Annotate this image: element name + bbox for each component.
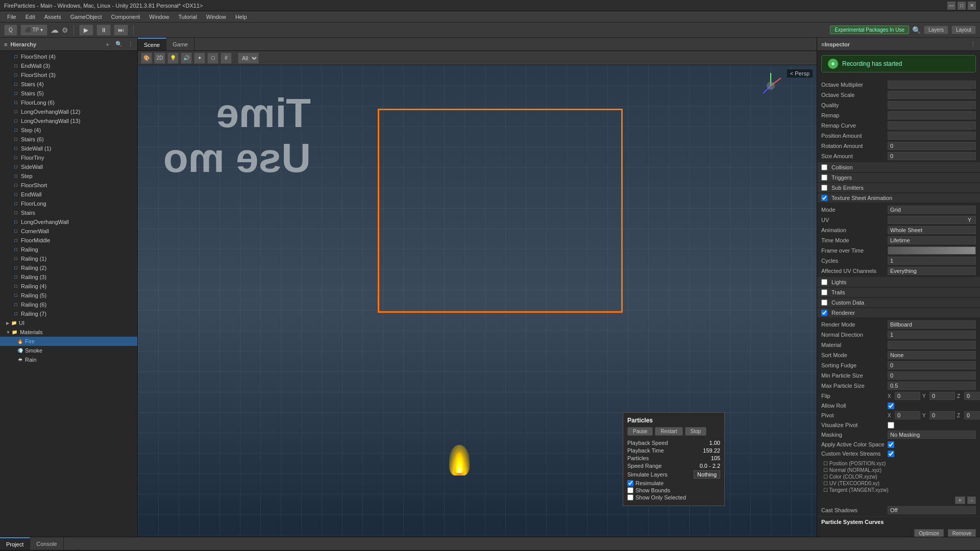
gear-icon[interactable]: ⚙ <box>62 26 68 34</box>
play-button[interactable]: ▶ <box>79 24 93 36</box>
hier-item-endwall3[interactable]: □EndWall (3) <box>0 61 137 70</box>
show-bounds-checkbox[interactable] <box>627 487 633 493</box>
hier-item-smoke[interactable]: 💨Smoke <box>0 346 137 355</box>
scene-viewport[interactable]: Time Use mo < Persp <box>138 65 817 537</box>
mode-value[interactable]: Grid <box>888 206 976 214</box>
hier-item-stairs6[interactable]: □Stairs (6) <box>0 135 137 144</box>
tab-game[interactable]: Game <box>166 38 194 51</box>
hier-item-step[interactable]: □Step <box>0 171 137 181</box>
hier-item-railing2[interactable]: □Railing (2) <box>0 263 137 272</box>
hier-item-railing1[interactable]: □Railing (1) <box>0 254 137 263</box>
menu-gameobject[interactable]: GameObject <box>66 13 106 21</box>
custom-vertex-checkbox[interactable] <box>888 450 894 457</box>
renderer-header[interactable]: Renderer <box>817 308 980 317</box>
close-button[interactable]: ✕ <box>968 2 976 10</box>
texture-sheet-checkbox[interactable] <box>821 195 827 201</box>
hier-item-rain[interactable]: 🌧Rain <box>0 355 137 364</box>
add-stream-button[interactable]: + <box>955 496 965 504</box>
menu-window[interactable]: Window <box>145 13 173 21</box>
hier-item-cornerwall[interactable]: □CornerWall <box>0 227 137 236</box>
allow-roll-checkbox[interactable] <box>888 403 894 409</box>
hier-item-railing6[interactable]: □Railing (6) <box>0 300 137 309</box>
tab-console[interactable]: Console <box>30 537 63 550</box>
maximize-button[interactable]: □ <box>958 2 966 10</box>
hier-item-stairs4[interactable]: □Stairs (4) <box>0 80 137 89</box>
menu-assets[interactable]: Assets <box>40 13 65 21</box>
hier-item-sidewall[interactable]: □SideWall <box>0 162 137 171</box>
animation-value[interactable]: Whole Sheet <box>888 226 976 234</box>
hier-item-floortiny[interactable]: □FloorTiny <box>0 153 137 162</box>
transform-q-button[interactable]: Q <box>4 24 17 36</box>
lights-header[interactable]: Lights <box>817 278 980 287</box>
remove-stream-button[interactable]: - <box>967 496 976 504</box>
trails-checkbox[interactable] <box>821 289 827 295</box>
hier-item-fire[interactable]: 🔥Fire <box>0 337 137 346</box>
masking-value[interactable]: No Masking <box>888 431 976 439</box>
simulate-layers-value[interactable]: Nothing <box>694 470 720 479</box>
tab-project[interactable]: Project <box>0 537 30 550</box>
hier-item-floorshort3[interactable]: □FloorShort (3) <box>0 70 137 80</box>
texture-sheet-header[interactable]: Texture Sheet Animation <box>817 193 980 203</box>
hier-item-floorshort4[interactable]: □FloorShort (4) <box>0 52 137 61</box>
menu-file[interactable]: File <box>3 13 20 21</box>
visualize-pivot-checkbox[interactable] <box>888 422 894 429</box>
menu-component[interactable]: Component <box>107 13 144 21</box>
scene-view-select[interactable]: All <box>238 53 259 64</box>
inspector-more-icon[interactable]: ⋮ <box>970 41 976 47</box>
hier-item-stairs[interactable]: □Stairs <box>0 208 137 217</box>
render-mode-value[interactable]: Billboard <box>888 320 976 329</box>
sub-emitters-header[interactable]: Sub Emitters <box>817 183 980 192</box>
layout-button[interactable]: Layout <box>951 26 976 34</box>
hier-item-materials[interactable]: ▼📁Materials <box>0 328 137 337</box>
affected-uv-value[interactable]: Everything <box>888 267 976 275</box>
material-value[interactable] <box>888 341 976 349</box>
remove-button[interactable]: Remove <box>948 529 976 537</box>
search-icon[interactable]: 🔍 <box>912 26 921 34</box>
menu-help[interactable]: Help <box>231 13 251 21</box>
hier-item-longoverhangwall13[interactable]: □LongOverhangWall (13) <box>0 116 137 126</box>
scene-tool-audio[interactable]: 🔊 <box>181 53 192 64</box>
stop-particles-button[interactable]: Stop <box>685 427 707 436</box>
resimulate-checkbox[interactable] <box>627 480 633 486</box>
lights-checkbox[interactable] <box>821 279 827 285</box>
hier-item-stairs5[interactable]: □Stairs (5) <box>0 89 137 98</box>
restart-particles-button[interactable]: Restart <box>655 427 682 436</box>
hier-item-sidewall1[interactable]: □SideWall (1) <box>0 144 137 153</box>
time-mode-value[interactable]: Lifetime <box>888 236 976 244</box>
hier-item-longoverhangwall12[interactable]: □LongOverhangWall (12) <box>0 107 137 116</box>
hier-item-floorlong6[interactable]: □FloorLong (6) <box>0 98 137 107</box>
scene-tool-2d[interactable]: 2D <box>154 53 165 64</box>
hier-item-railing5[interactable]: □Railing (5) <box>0 291 137 300</box>
scene-tool-fx[interactable]: ✦ <box>194 53 205 64</box>
menu-tutorial[interactable]: Tutorial <box>174 13 201 21</box>
collision-checkbox[interactable] <box>821 164 827 170</box>
hier-item-railing3[interactable]: □Railing (3) <box>0 272 137 282</box>
tab-scene[interactable]: Scene <box>138 38 166 51</box>
trails-header[interactable]: Trails <box>817 288 980 297</box>
optimize-button[interactable]: Optimize <box>914 529 943 537</box>
scene-tool-shading[interactable]: 🎨 <box>141 53 152 64</box>
hier-item-railing7[interactable]: □Railing (7) <box>0 309 137 318</box>
custom-data-header[interactable]: Custom Data <box>817 298 980 307</box>
step-button[interactable]: ⏭ <box>114 24 128 36</box>
hier-item-endwall[interactable]: □EndWall <box>0 190 137 199</box>
apply-color-checkbox[interactable] <box>888 441 894 448</box>
hierarchy-more-icon[interactable]: ⋮ <box>128 41 133 47</box>
renderer-checkbox[interactable] <box>821 310 827 316</box>
show-only-selected-checkbox[interactable] <box>627 494 633 500</box>
menu-edit[interactable]: Edit <box>21 13 39 21</box>
custom-data-checkbox[interactable] <box>821 299 827 306</box>
transform-tp-button[interactable]: ⬛ TP ▾ <box>20 24 47 36</box>
menu-window2[interactable]: Window <box>202 13 230 21</box>
pause-button[interactable]: ⏸ <box>96 24 111 36</box>
sort-mode-value[interactable]: None <box>888 351 976 359</box>
hier-item-step4[interactable]: □Step (4) <box>0 126 137 135</box>
hier-item-longoverhangwall[interactable]: □LongOverhangWall <box>0 217 137 227</box>
hier-item-ui[interactable]: ▶📁UI <box>0 318 137 328</box>
hierarchy-add-icon[interactable]: + <box>106 41 109 47</box>
cast-shadows-value[interactable]: Off <box>888 506 976 514</box>
triggers-header[interactable]: Triggers <box>817 173 980 182</box>
hier-item-floormiddle[interactable]: □FloorMiddle <box>0 236 137 245</box>
hier-item-railing4[interactable]: □Railing (4) <box>0 282 137 291</box>
scene-tool-lights[interactable]: 💡 <box>167 53 179 64</box>
